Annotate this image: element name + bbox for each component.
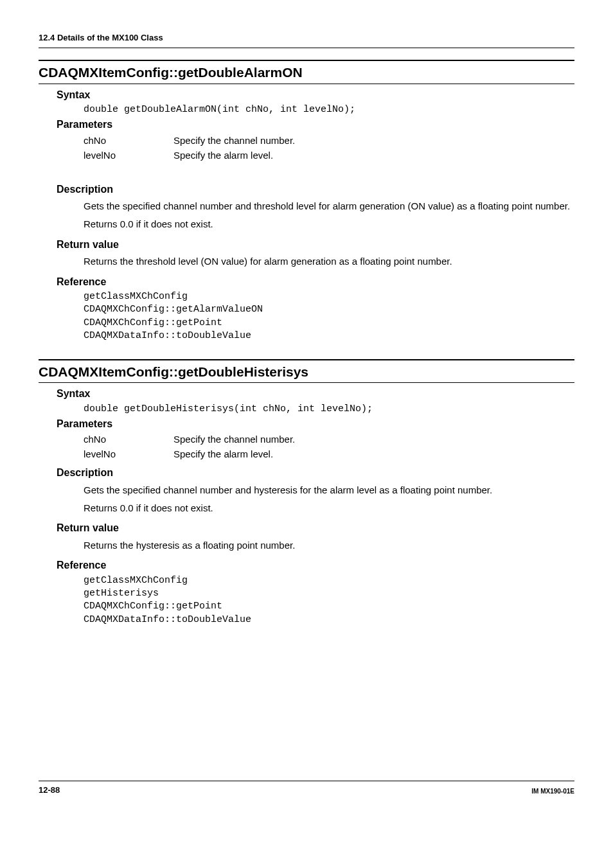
description-text: Gets the specified channel number and hy…	[84, 483, 574, 499]
param-desc: Specify the channel number.	[173, 432, 295, 446]
param-row: chNo Specify the channel number.	[84, 432, 574, 446]
reference-heading: Reference	[57, 275, 574, 289]
return-text: Returns the threshold level (ON value) f…	[84, 254, 574, 270]
rule	[39, 359, 574, 360]
return-heading: Return value	[57, 521, 574, 535]
param-row: levelNo Specify the alarm level.	[84, 148, 574, 162]
page-number: 12-88	[39, 784, 60, 796]
param-name: chNo	[84, 432, 173, 446]
param-name: levelNo	[84, 148, 173, 162]
param-desc: Specify the channel number.	[173, 134, 295, 147]
reference-heading: Reference	[57, 558, 574, 572]
parameters-heading: Parameters	[57, 417, 574, 431]
rule	[39, 84, 574, 84]
description-text: Returns 0.0 if it does not exist.	[84, 500, 574, 517]
param-name: chNo	[84, 134, 173, 147]
return-heading: Return value	[57, 238, 574, 252]
syntax-code: double getDoubleAlarmON(int chNo, int le…	[84, 103, 574, 116]
param-name: levelNo	[84, 447, 173, 461]
syntax-heading: Syntax	[57, 88, 574, 102]
syntax-heading: Syntax	[57, 387, 574, 401]
section-header: 12.4 Details of the MX100 Class	[39, 32, 574, 44]
description-text: Returns 0.0 if it does not exist.	[84, 217, 574, 233]
rule	[39, 60, 574, 61]
rule	[39, 382, 574, 383]
param-row: levelNo Specify the alarm level.	[84, 447, 574, 461]
return-text: Returns the hysteresis as a floating poi…	[84, 538, 574, 554]
syntax-code: double getDoubleHisterisys(int chNo, int…	[84, 403, 574, 416]
reference-code: getClassMXChConfig CDAQMXChConfig::getAl…	[84, 290, 574, 342]
method-title: CDAQMXItemConfig::getDoubleHisterisys	[39, 362, 574, 381]
rule	[39, 48, 574, 48]
param-desc: Specify the alarm level.	[173, 148, 273, 162]
method-title: CDAQMXItemConfig::getDoubleAlarmON	[39, 63, 574, 82]
description-heading: Description	[57, 182, 574, 197]
param-row: chNo Specify the channel number.	[84, 134, 574, 147]
description-heading: Description	[57, 466, 574, 480]
parameters-heading: Parameters	[57, 118, 574, 132]
reference-code: getClassMXChConfig getHisterisys CDAQMXC…	[84, 574, 574, 626]
description-text: Gets the specified channel number and th…	[84, 199, 574, 215]
page-footer: 12-88 IM MX190-01E	[39, 781, 574, 796]
param-desc: Specify the alarm level.	[173, 447, 273, 461]
document-id: IM MX190-01E	[531, 787, 574, 796]
